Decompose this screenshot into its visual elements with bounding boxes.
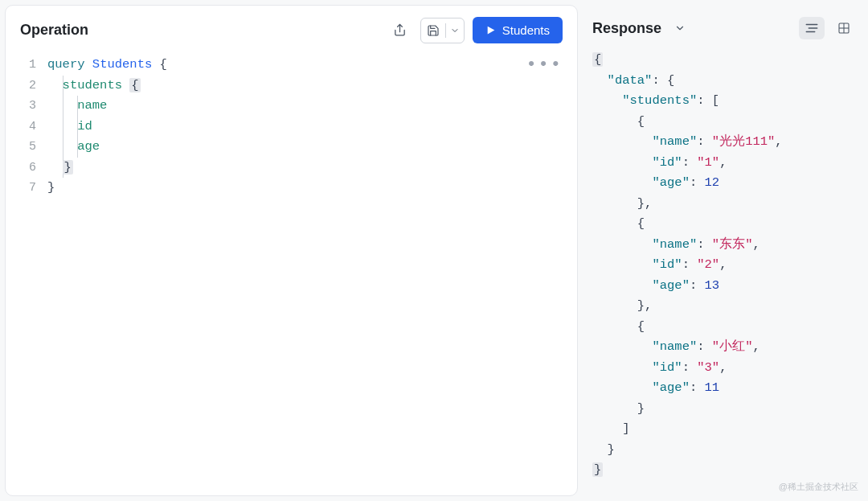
save-menu-button[interactable] [446, 18, 464, 43]
app-root: Operation Students [0, 0, 868, 501]
response-collapse-button[interactable] [668, 16, 692, 40]
response-header: Response [589, 5, 860, 50]
run-button[interactable]: Students [473, 17, 563, 43]
json-view-icon [805, 23, 819, 34]
table-view-icon [837, 22, 850, 35]
operation-panel: Operation Students [5, 5, 578, 496]
response-title: Response [592, 20, 661, 37]
line-number: 1 [6, 55, 36, 76]
ellipsis-icon: ••• [526, 55, 563, 75]
chevron-down-icon [674, 23, 686, 34]
share-icon [393, 23, 407, 37]
operation-toolbar [388, 18, 412, 43]
save-button[interactable] [421, 18, 445, 43]
more-options-button[interactable]: ••• [526, 56, 563, 74]
table-view-button[interactable] [831, 17, 857, 39]
run-button-label: Students [502, 23, 550, 37]
line-number: 4 [6, 117, 36, 138]
save-button-group [420, 18, 465, 43]
code-content: query Students { students { name id age … [47, 55, 577, 495]
code-editor[interactable]: 1 2 3 4 5 6 7 query Students { students … [6, 51, 577, 495]
watermark: @稀土掘金技术社区 [779, 481, 858, 493]
share-button[interactable] [388, 18, 412, 43]
operation-title: Operation [20, 22, 88, 39]
line-number: 2 [6, 76, 36, 97]
save-icon [427, 24, 440, 37]
operation-header: Operation Students [6, 6, 577, 51]
line-number: 7 [6, 178, 36, 199]
json-view-button[interactable] [799, 17, 825, 39]
line-number: 3 [6, 96, 36, 117]
play-icon [485, 25, 496, 35]
chevron-down-icon [450, 26, 460, 35]
line-number: 6 [6, 158, 36, 179]
line-number: 5 [6, 137, 36, 158]
line-number-gutter: 1 2 3 4 5 6 7 [6, 55, 47, 495]
svg-marker-1 [487, 27, 494, 35]
response-panel: Response { "data": { "students": [ { "na… [589, 5, 868, 496]
response-body[interactable]: { "data": { "students": [ { "name": "光光1… [589, 50, 860, 496]
